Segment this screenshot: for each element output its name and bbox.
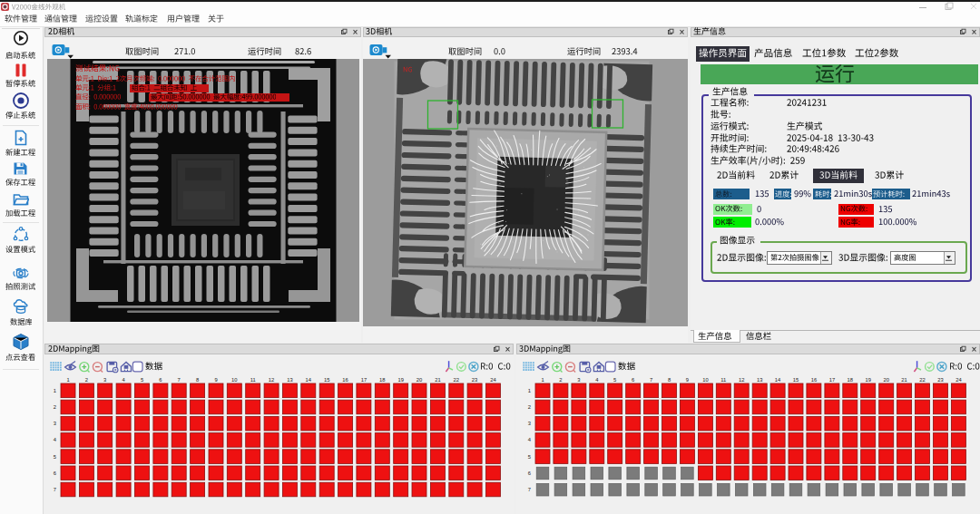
svg-text:23: 23 [471,377,476,383]
svg-text:15: 15 [323,377,328,383]
svg-text:19: 19 [865,377,870,383]
svg-text:18: 18 [379,377,385,383]
svg-text:2: 2 [559,377,562,383]
svg-text:20: 20 [883,377,888,383]
svg-text:3: 3 [527,421,530,426]
svg-text:18: 18 [847,377,852,383]
svg-text:5: 5 [613,377,616,383]
svg-text:7: 7 [649,377,652,383]
svg-text:4: 4 [53,437,56,442]
svg-text:11: 11 [250,377,255,383]
svg-text:13: 13 [756,377,761,383]
svg-text:17: 17 [828,377,834,383]
svg-text:3: 3 [103,377,106,383]
svg-text:3: 3 [53,421,55,426]
svg-text:4: 4 [527,437,531,442]
svg-text:10: 10 [702,377,708,383]
svg-text:11: 11 [720,377,726,383]
svg-text:22: 22 [919,377,925,383]
svg-text:19: 19 [397,377,403,383]
svg-text:1: 1 [66,377,69,383]
svg-text:7: 7 [177,377,180,383]
svg-text:20: 20 [416,377,421,383]
svg-text:8: 8 [195,377,198,383]
svg-text:1: 1 [527,388,530,393]
svg-text:6: 6 [632,377,634,383]
svg-text:12: 12 [738,377,743,383]
svg-text:17: 17 [360,377,366,383]
svg-text:6: 6 [527,470,530,476]
svg-text:13: 13 [287,377,292,383]
svg-text:14: 14 [774,377,780,383]
svg-text:24: 24 [956,377,962,383]
svg-text:5: 5 [53,454,55,460]
svg-text:5: 5 [140,377,142,383]
svg-text:12: 12 [268,377,273,383]
svg-text:22: 22 [453,377,458,383]
svg-text:1: 1 [53,388,55,393]
svg-text:3: 3 [577,377,580,383]
svg-text:10: 10 [231,377,237,383]
svg-text:21: 21 [901,377,906,383]
svg-text:8: 8 [667,377,670,383]
svg-text:16: 16 [810,377,816,383]
svg-text:2: 2 [53,404,55,410]
svg-text:6: 6 [159,377,162,383]
svg-text:6: 6 [53,470,55,476]
svg-text:2: 2 [84,377,87,383]
svg-text:5: 5 [527,454,530,460]
svg-text:15: 15 [792,377,798,383]
svg-text:23: 23 [937,377,943,383]
svg-text:4: 4 [122,377,125,383]
svg-text:7: 7 [527,487,530,492]
svg-text:14: 14 [305,377,311,383]
svg-text:24: 24 [490,377,496,383]
svg-text:16: 16 [342,377,348,383]
svg-text:2: 2 [527,404,530,410]
svg-text:9: 9 [214,377,217,383]
svg-text:21: 21 [435,377,440,383]
svg-text:4: 4 [595,377,599,383]
svg-text:7: 7 [53,487,55,492]
svg-text:1: 1 [541,377,544,383]
svg-text:9: 9 [685,377,688,383]
